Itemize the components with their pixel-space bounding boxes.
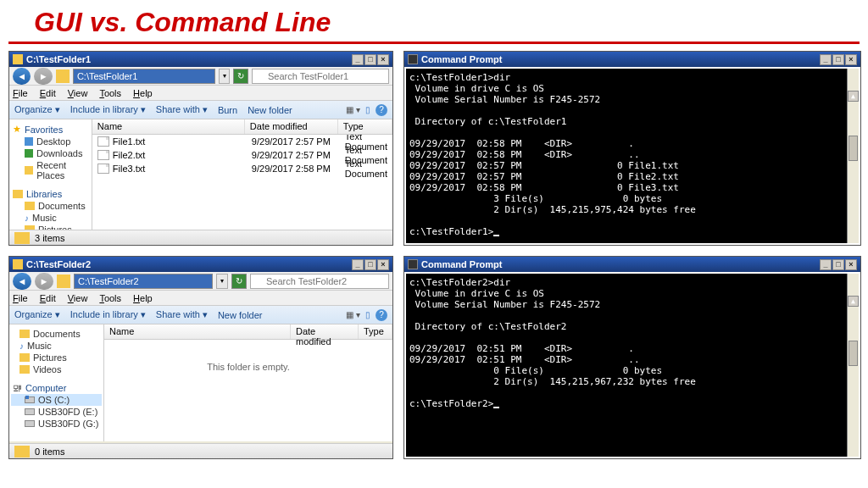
share-with-button[interactable]: Share with ▾ xyxy=(156,104,208,115)
search-input[interactable] xyxy=(252,69,389,84)
maximize-button[interactable]: □ xyxy=(832,259,844,270)
body-area: ★Favorites Desktop Downloads Recent Plac… xyxy=(9,119,392,230)
libraries-group[interactable]: Libraries xyxy=(11,188,90,200)
status-text: 0 items xyxy=(35,446,64,457)
sidebar-item-usb-e[interactable]: USB30FD (E:) xyxy=(11,406,102,418)
sidebar-item-os-c[interactable]: OS (C:) xyxy=(11,394,102,406)
share-with-button[interactable]: Share with ▾ xyxy=(156,309,208,320)
maximize-button[interactable]: □ xyxy=(832,54,844,65)
col-date[interactable]: Date modified xyxy=(245,119,338,134)
sidebar-item-downloads[interactable]: Downloads xyxy=(11,147,90,159)
sidebar-item-music[interactable]: ♪Music xyxy=(11,340,102,352)
maximize-button[interactable]: □ xyxy=(364,54,376,65)
help-icon[interactable]: ? xyxy=(376,309,387,321)
forward-button[interactable]: ► xyxy=(35,273,53,290)
include-library-button[interactable]: Include in library ▾ xyxy=(70,104,146,115)
col-name[interactable]: Name xyxy=(92,119,245,134)
titlebar[interactable]: C:\TestFolder1 _ □ × xyxy=(9,52,392,67)
new-folder-button[interactable]: New folder xyxy=(248,105,292,115)
organize-button[interactable]: Organize ▾ xyxy=(14,309,60,320)
documents-icon xyxy=(25,202,35,210)
close-button[interactable]: × xyxy=(377,54,389,65)
favorites-group[interactable]: ★Favorites xyxy=(11,123,90,136)
preview-pane-icon[interactable]: ▯ xyxy=(365,105,370,114)
status-bar: 0 items xyxy=(9,443,392,458)
close-button[interactable]: × xyxy=(377,259,389,270)
empty-folder-message: This folder is empty. xyxy=(104,340,392,372)
menu-help[interactable]: Help xyxy=(133,88,153,98)
explorer-window-testfolder2: C:\TestFolder2 _ □ × ◄ ► ▾ ↻ File Edit V… xyxy=(8,256,393,459)
scroll-up-icon[interactable]: ▲ xyxy=(848,296,859,307)
explorer-window-testfolder1: C:\TestFolder1 _ □ × ◄ ► ▾ ↻ File Edit V… xyxy=(8,51,393,246)
view-mode-icon[interactable]: ▦ ▾ xyxy=(346,105,360,114)
menu-view[interactable]: View xyxy=(68,293,88,303)
menu-view[interactable]: View xyxy=(68,88,88,98)
menu-edit[interactable]: Edit xyxy=(40,88,56,98)
minimize-button[interactable]: _ xyxy=(820,54,832,65)
burn-button[interactable]: Burn xyxy=(218,105,237,115)
menu-tools[interactable]: Tools xyxy=(99,88,121,98)
refresh-button[interactable]: ↻ xyxy=(233,69,248,84)
menu-tools[interactable]: Tools xyxy=(99,293,121,303)
close-button[interactable]: × xyxy=(845,259,857,270)
sidebar-item-usb-g[interactable]: USB30FD (G:) xyxy=(11,418,102,430)
search-input[interactable] xyxy=(250,274,389,289)
scrollbar[interactable]: ▲ xyxy=(847,274,859,457)
col-type[interactable]: Type xyxy=(359,324,392,339)
scroll-thumb[interactable] xyxy=(849,136,858,161)
sidebar-item-music[interactable]: ♪Music xyxy=(11,212,90,224)
sidebar-item-recent[interactable]: Recent Places xyxy=(11,159,90,181)
minimize-button[interactable]: _ xyxy=(352,54,364,65)
file-icon xyxy=(97,150,109,160)
include-library-button[interactable]: Include in library ▾ xyxy=(70,309,146,320)
organize-button[interactable]: Organize ▾ xyxy=(14,104,60,115)
address-input[interactable] xyxy=(74,274,213,289)
menu-help[interactable]: Help xyxy=(133,293,153,303)
sidebar-item-pictures[interactable]: Pictures xyxy=(11,224,90,230)
preview-pane-icon[interactable]: ▯ xyxy=(365,310,370,319)
titlebar[interactable]: C:\TestFolder2 _ □ × xyxy=(9,257,392,272)
refresh-button[interactable]: ↻ xyxy=(231,274,247,289)
scroll-up-icon[interactable]: ▲ xyxy=(848,91,859,102)
minimize-button[interactable]: _ xyxy=(820,259,832,270)
window-title: C:\TestFolder2 xyxy=(26,259,91,269)
help-icon[interactable]: ? xyxy=(376,104,387,116)
titlebar[interactable]: Command Prompt _ □ × xyxy=(404,257,860,272)
computer-group[interactable]: 🖳Computer xyxy=(11,382,102,394)
terminal-output[interactable]: c:\TestFolder2>dir Volume in drive C is … xyxy=(406,274,859,457)
titlebar[interactable]: Command Prompt _ □ × xyxy=(404,52,860,67)
menu-file[interactable]: File xyxy=(13,88,28,98)
view-mode-icon[interactable]: ▦ ▾ xyxy=(346,310,360,319)
library-icon xyxy=(13,190,23,198)
folder-icon xyxy=(56,69,70,83)
back-button[interactable]: ◄ xyxy=(13,68,31,85)
title-underline xyxy=(8,42,860,44)
maximize-button[interactable]: □ xyxy=(364,259,376,270)
new-folder-button[interactable]: New folder xyxy=(218,310,263,320)
address-input[interactable] xyxy=(73,69,215,84)
file-icon xyxy=(97,136,109,147)
music-icon: ♪ xyxy=(25,214,29,223)
col-date[interactable]: Date modified xyxy=(291,324,359,339)
videos-icon xyxy=(19,365,30,374)
sidebar-item-videos[interactable]: Videos xyxy=(11,363,102,375)
file-row[interactable]: File3.txt9/29/2017 2:58 PMText Document xyxy=(92,162,392,175)
close-button[interactable]: × xyxy=(845,54,857,65)
address-dropdown[interactable]: ▾ xyxy=(219,69,231,84)
back-button[interactable]: ◄ xyxy=(13,273,31,290)
sidebar-item-documents[interactable]: Documents xyxy=(11,328,102,340)
menu-bar: File Edit View Tools Help xyxy=(9,291,392,306)
forward-button[interactable]: ► xyxy=(34,68,52,85)
sidebar-item-pictures[interactable]: Pictures xyxy=(11,352,102,363)
menu-edit[interactable]: Edit xyxy=(40,293,56,303)
minimize-button[interactable]: _ xyxy=(352,259,364,270)
sidebar-item-desktop[interactable]: Desktop xyxy=(11,136,90,147)
col-name[interactable]: Name xyxy=(104,324,291,339)
scroll-thumb[interactable] xyxy=(849,341,858,366)
col-type[interactable]: Type xyxy=(338,119,392,134)
menu-file[interactable]: File xyxy=(13,293,28,303)
scrollbar[interactable]: ▲ xyxy=(847,69,859,243)
terminal-output[interactable]: c:\TestFolder1>dir Volume in drive C is … xyxy=(406,69,859,243)
sidebar-item-documents[interactable]: Documents xyxy=(11,200,90,212)
address-dropdown[interactable]: ▾ xyxy=(216,274,228,289)
